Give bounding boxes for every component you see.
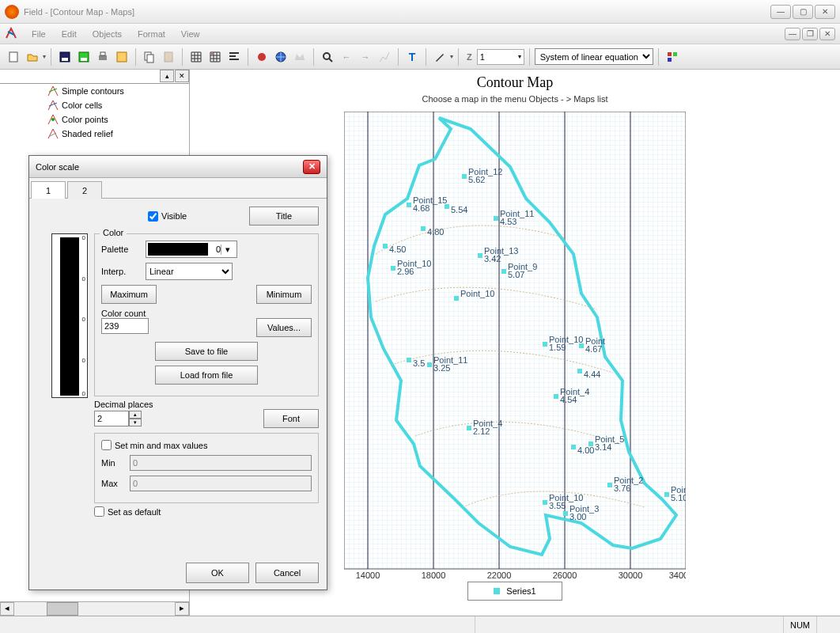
menu-file[interactable]: File (25, 28, 52, 40)
svg-rect-15 (668, 52, 672, 56)
decimal-spinner[interactable]: ▴▾ (94, 411, 142, 426)
new-button[interactable] (5, 48, 22, 66)
svg-text:14000: 14000 (356, 570, 380, 578)
svg-rect-59 (427, 362, 432, 367)
values-button[interactable]: Values... (256, 318, 312, 337)
forward-button[interactable]: → (357, 48, 374, 66)
ok-button[interactable]: OK (186, 563, 249, 583)
map-title: Contour Map (190, 74, 840, 91)
svg-text:22000: 22000 (487, 570, 512, 578)
save-to-file-button[interactable]: Save to file (155, 342, 258, 361)
font-button[interactable]: Font (263, 409, 319, 428)
svg-rect-5 (99, 55, 107, 60)
text-tool[interactable]: T (403, 48, 421, 66)
svg-text:4.44: 4.44 (584, 370, 600, 379)
tree-item: Shaded relief (0, 127, 189, 141)
svg-text:4.50: 4.50 (389, 244, 406, 254)
svg-text:3.5: 3.5 (413, 358, 425, 368)
svg-rect-43 (478, 253, 482, 258)
app-icon (5, 5, 19, 19)
sidebar-hscroll[interactable]: ◂▸ (0, 601, 189, 616)
dialog-close-button[interactable]: ✕ (303, 160, 320, 174)
red-tool[interactable] (253, 48, 271, 66)
svg-rect-10 (165, 52, 172, 62)
svg-rect-31 (445, 204, 449, 209)
mdi-close[interactable]: ✕ (819, 28, 835, 40)
maximum-button[interactable]: Maximum (101, 285, 157, 304)
svg-rect-7 (117, 52, 127, 62)
legend-label: Series1 (506, 586, 535, 596)
load-from-file-button[interactable]: Load from file (155, 366, 258, 385)
svg-point-14 (324, 53, 330, 59)
crown-icon[interactable] (291, 48, 308, 66)
align-button[interactable] (225, 48, 243, 66)
close-button[interactable]: ✕ (815, 5, 835, 19)
print-button[interactable] (94, 48, 112, 66)
mdi-restore[interactable]: ❐ (802, 28, 818, 40)
save-highlight-button[interactable] (75, 48, 93, 66)
menu-format[interactable]: Format (131, 28, 172, 40)
svg-rect-38 (383, 244, 388, 248)
frame-button[interactable] (113, 48, 131, 66)
zoom-button[interactable] (319, 48, 336, 66)
visible-checkbox[interactable]: Visible (148, 211, 187, 222)
svg-text:3.00: 3.00 (569, 512, 586, 521)
dialog-tab-2[interactable]: 2 (67, 181, 102, 199)
min-label: Min (101, 458, 125, 468)
maximize-button[interactable]: ▢ (793, 5, 813, 19)
open-button[interactable] (24, 48, 41, 66)
color-count-input[interactable] (101, 318, 149, 334)
svg-text:2.12: 2.12 (473, 426, 490, 436)
svg-text:26000: 26000 (553, 570, 577, 578)
set-default-checkbox[interactable]: Set as default (94, 506, 161, 517)
globe-button[interactable] (272, 48, 289, 66)
min-input (130, 455, 312, 471)
z-field[interactable]: 1▾ (477, 49, 524, 65)
set-minmax-checkbox[interactable]: Set min and max values (101, 440, 207, 450)
equation-select[interactable]: System of linear equations (535, 48, 653, 65)
save-button[interactable] (56, 48, 74, 66)
svg-rect-17 (668, 58, 672, 62)
menu-view[interactable]: View (175, 28, 206, 40)
interp-select[interactable]: Linear (146, 263, 233, 280)
cancel-button[interactable]: Cancel (255, 563, 319, 583)
sidebar-tab-up[interactable]: ▴ (160, 70, 174, 82)
color-tool[interactable] (664, 48, 681, 66)
svg-rect-54 (579, 343, 584, 348)
grid2-button[interactable] (206, 48, 224, 66)
menu-objects[interactable]: Objects (86, 28, 128, 40)
title-bar: Field - [Contour Map - Maps] — ▢ ✕ (0, 0, 840, 24)
pen-tool[interactable] (431, 48, 448, 66)
back-button[interactable]: ← (338, 48, 355, 66)
gradient-preview: 0 0 0 0 0 (51, 233, 88, 398)
sidebar-tab-close[interactable]: ✕ (175, 70, 189, 82)
paste-button[interactable] (160, 48, 177, 66)
svg-rect-73 (571, 445, 576, 449)
palette-select[interactable]: 0▾ (146, 241, 237, 258)
svg-text:4.68: 4.68 (413, 203, 429, 213)
menu-bar: File Edit Objects Format View — ❐ ✕ (0, 24, 840, 44)
svg-rect-25 (462, 174, 467, 179)
svg-text:4.54: 4.54 (560, 395, 577, 404)
svg-rect-46 (501, 269, 506, 274)
svg-text:5.07: 5.07 (508, 270, 524, 279)
menu-edit[interactable]: Edit (55, 28, 83, 40)
map-canvas[interactable]: Point_125.62Point_154.685.54Point_114.53… (344, 112, 686, 578)
svg-rect-49 (454, 296, 459, 301)
title-button[interactable]: Title (249, 207, 319, 226)
mdi-minimize[interactable]: — (785, 28, 800, 40)
legend: Series1 (467, 582, 562, 601)
status-bar: NUM (0, 616, 840, 633)
minimize-button[interactable]: — (770, 5, 791, 19)
minimum-button[interactable]: Minimum (256, 285, 312, 304)
grid-button[interactable] (187, 48, 205, 66)
map-subtitle: Choose a map in the menu Objects - > Map… (190, 94, 840, 104)
svg-text:4.00: 4.00 (577, 445, 594, 455)
color-count-label: Color count (101, 309, 149, 318)
dialog-tab-1[interactable]: 1 (31, 181, 66, 199)
chart-button[interactable] (376, 48, 393, 66)
window-title: Field - [Contour Map - Maps] (24, 7, 134, 17)
copy-button[interactable] (141, 48, 158, 66)
status-num: NUM (783, 616, 816, 633)
svg-text:5.62: 5.62 (468, 175, 485, 184)
